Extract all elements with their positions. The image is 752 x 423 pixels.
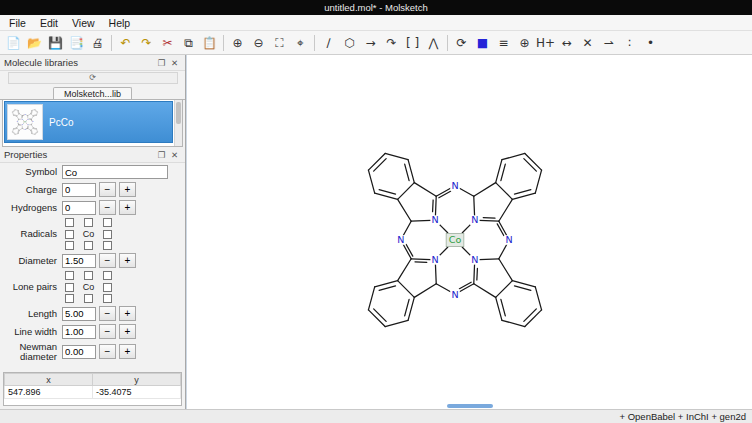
- menu-file[interactable]: File: [2, 16, 33, 30]
- menu-view[interactable]: View: [65, 16, 102, 30]
- radical-checkbox[interactable]: [65, 230, 74, 239]
- diameter-increment-button[interactable]: +: [119, 253, 136, 268]
- coord-y-value[interactable]: -35.4075: [93, 386, 181, 399]
- nitrogen-atom[interactable]: N: [470, 254, 480, 265]
- line-width-tool-button[interactable]: ≡: [493, 33, 514, 53]
- flip-tool-button[interactable]: ↔: [556, 33, 577, 53]
- newman-diameter-input[interactable]: [62, 345, 96, 359]
- library-close-button[interactable]: ✕: [168, 57, 181, 69]
- ring-tool-button[interactable]: ⬡: [339, 33, 360, 53]
- diameter-input[interactable]: [62, 254, 96, 268]
- lone-pair-checkbox[interactable]: [65, 294, 74, 303]
- zoom-in-button[interactable]: ⊕: [227, 33, 248, 53]
- properties-float-button[interactable]: ❐: [155, 149, 168, 161]
- copy-button[interactable]: ⧉: [178, 33, 199, 53]
- zoom-fit-button[interactable]: ⛶: [269, 33, 290, 53]
- hydrogens-increment-button[interactable]: +: [119, 200, 136, 215]
- table-row[interactable]: 547.896 -35.4075: [5, 386, 181, 399]
- radical-checkbox[interactable]: [103, 241, 112, 250]
- diameter-decrement-button[interactable]: −: [99, 253, 116, 268]
- paste-button[interactable]: 📋: [199, 33, 220, 53]
- coord-x-value[interactable]: 547.896: [5, 386, 93, 399]
- radical-checkbox[interactable]: [65, 241, 74, 250]
- radical-checkbox[interactable]: [103, 218, 112, 227]
- symbol-input[interactable]: [62, 165, 168, 179]
- menu-edit[interactable]: Edit: [33, 16, 65, 30]
- print-button[interactable]: 🖨: [87, 33, 108, 53]
- length-decrement-button[interactable]: −: [99, 306, 116, 321]
- molecule-drawing[interactable]: N N N N: [337, 122, 573, 358]
- properties-close-button[interactable]: ✕: [168, 149, 181, 161]
- nitrogen-atom[interactable]: N: [430, 254, 440, 265]
- menu-help[interactable]: Help: [102, 16, 138, 30]
- length-increment-button[interactable]: +: [119, 306, 136, 321]
- lone-pair-checkbox[interactable]: [103, 271, 112, 280]
- zoom-reset-button[interactable]: ⌖: [290, 33, 311, 53]
- undo-button[interactable]: ↶: [115, 33, 136, 53]
- new-file-button[interactable]: 📄: [3, 33, 24, 53]
- lone-pair-checkbox[interactable]: [103, 294, 112, 303]
- hydrogens-input[interactable]: [62, 201, 96, 215]
- curved-arrow-tool-button[interactable]: ↷: [381, 33, 402, 53]
- molecule-thumbnail: [7, 104, 43, 140]
- bracket-tool-button[interactable]: [ ]: [402, 33, 423, 53]
- radical-checkbox[interactable]: [84, 218, 93, 227]
- nitrogen-atom[interactable]: N: [504, 234, 514, 245]
- nitrogen-atom[interactable]: N: [470, 214, 480, 225]
- radical-checkbox[interactable]: [103, 230, 112, 239]
- color-swatch-button[interactable]: ■: [472, 33, 493, 53]
- zoom-out-button[interactable]: ⊖: [248, 33, 269, 53]
- hydrogen-plus-tool-button[interactable]: H+: [535, 33, 556, 53]
- save-as-file-button[interactable]: 📑: [66, 33, 87, 53]
- lone-pair-tool-button[interactable]: ∶: [619, 33, 640, 53]
- svg-text:N: N: [506, 234, 513, 245]
- chain-tool-button[interactable]: ⋀: [423, 33, 444, 53]
- line-width-input[interactable]: [62, 325, 96, 339]
- lone-pair-checkbox[interactable]: [84, 271, 93, 280]
- main-area: Molecule libraries ❐ ✕ ⟳ Molsketch...lib…: [0, 55, 752, 409]
- save-file-button[interactable]: 💾: [45, 33, 66, 53]
- cobalt-atom[interactable]: Co: [446, 233, 464, 246]
- title-bar[interactable]: untitled.mol* - Molsketch: [0, 0, 752, 15]
- arrow-tool-button[interactable]: →: [360, 33, 381, 53]
- scrollbar-thumb[interactable]: [176, 102, 181, 124]
- list-item-pcco[interactable]: PcCo: [4, 101, 173, 143]
- refresh-library-button[interactable]: ⟳: [8, 72, 178, 84]
- newman-diameter-decrement-button[interactable]: −: [99, 344, 116, 359]
- hydrogens-decrement-button[interactable]: −: [99, 200, 116, 215]
- lone-pair-checkbox[interactable]: [65, 283, 74, 292]
- charge-input[interactable]: [62, 183, 96, 197]
- pcco-molecule[interactable]: N N N N: [337, 122, 573, 358]
- canvas-horizontal-scrollbar[interactable]: [447, 404, 493, 408]
- line-width-decrement-button[interactable]: −: [99, 324, 116, 339]
- mechanism-arrow-tool-button[interactable]: ⇀: [598, 33, 619, 53]
- svg-text:N: N: [471, 254, 478, 265]
- tab-molsketch-lib[interactable]: Molsketch...lib: [53, 87, 132, 99]
- delete-tool-button[interactable]: ✕: [577, 33, 598, 53]
- radical-checkbox[interactable]: [65, 218, 74, 227]
- lone-pair-checkbox[interactable]: [84, 294, 93, 303]
- redo-button[interactable]: ↷: [136, 33, 157, 53]
- length-input[interactable]: [62, 307, 96, 321]
- drawing-canvas[interactable]: N N N N: [186, 55, 752, 409]
- radical-checkbox[interactable]: [84, 241, 93, 250]
- library-scrollbar[interactable]: [174, 100, 182, 146]
- nitrogen-atom[interactable]: N: [396, 234, 406, 245]
- radical-tool-button[interactable]: •: [640, 33, 661, 53]
- line-width-increment-button[interactable]: +: [119, 324, 136, 339]
- charge-decrement-button[interactable]: −: [99, 182, 116, 197]
- library-float-button[interactable]: ❐: [155, 57, 168, 69]
- open-file-button[interactable]: 📂: [24, 33, 45, 53]
- rotate-tool-button[interactable]: ⟳: [451, 33, 472, 53]
- properties-form: Symbol Charge − + Hydrogens − + Radicals…: [0, 163, 185, 409]
- nitrogen-atom[interactable]: N: [450, 180, 460, 191]
- nitrogen-atom[interactable]: N: [450, 289, 460, 300]
- lone-pair-checkbox[interactable]: [103, 283, 112, 292]
- charge-plus-tool-button[interactable]: ⊕: [514, 33, 535, 53]
- newman-diameter-increment-button[interactable]: +: [119, 344, 136, 359]
- nitrogen-atom[interactable]: N: [430, 214, 440, 225]
- cut-button[interactable]: ✂: [157, 33, 178, 53]
- charge-increment-button[interactable]: +: [119, 182, 136, 197]
- line-tool-button[interactable]: ∕: [318, 33, 339, 53]
- lone-pair-checkbox[interactable]: [65, 271, 74, 280]
